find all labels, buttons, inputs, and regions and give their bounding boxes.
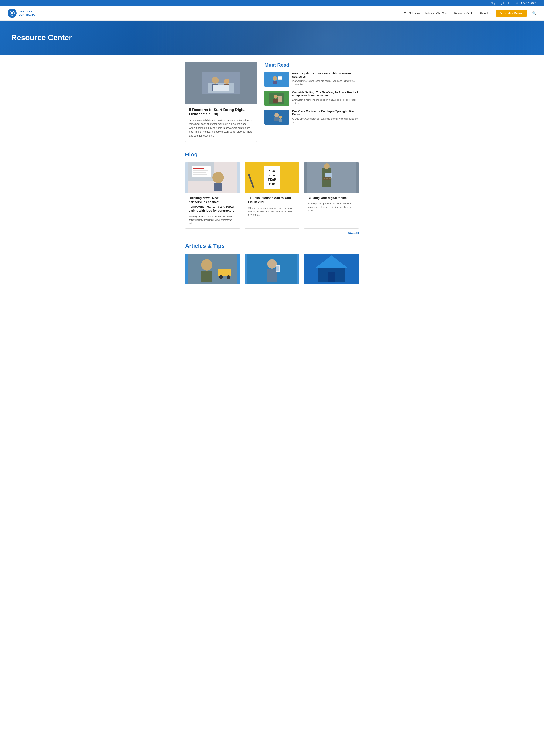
logo-area: ONE CLICK CONTRACTOR (8, 9, 37, 18)
svg-rect-12 (273, 81, 277, 84)
hero-content: Resource Center (11, 33, 72, 42)
must-read-item-2[interactable]: Curbside Selling: The New Way to Share P… (264, 91, 359, 106)
blog-card-body-3: Building your digital toolbelt As we qui… (304, 193, 359, 216)
nav-about[interactable]: About Us (480, 12, 491, 15)
featured-card-excerpt: As some social distancing policies loose… (189, 118, 253, 138)
main-nav: Our Solutions Industries We Serve Resour… (404, 10, 536, 17)
top-bar: Blog Log In 𝔼 𝕋 ✉ 877-320-2391 (0, 0, 544, 6)
hero-background (0, 21, 544, 55)
blog-card-body-2: 11 Resolutions to Add to Your List in 20… (245, 193, 300, 220)
svg-rect-29 (193, 172, 206, 173)
article-card-1[interactable] (185, 254, 240, 284)
blog-card-title-2: 11 Resolutions to Add to Your List in 20… (248, 196, 296, 204)
blog-grid: Breaking News: New partnerships connect … (185, 162, 359, 229)
featured-card-container: 5 Reasons to Start Doing Digital Distanc… (185, 62, 257, 142)
must-read-title: Must Read (264, 62, 359, 68)
featured-card-image (185, 62, 257, 104)
article-card-3[interactable] (304, 254, 359, 284)
blog-card-body-1: Breaking News: New partnerships connect … (185, 193, 240, 228)
email-icon[interactable]: ✉ (516, 2, 518, 5)
new-year-visual: NEWNEWYEARStart (245, 162, 300, 193)
main-content: 5 Reasons to Start Doing Digital Distanc… (181, 55, 363, 291)
view-all-link[interactable]: View All (348, 232, 359, 235)
must-read-thumb-1 (264, 72, 289, 87)
must-read-title-2: Curbside Selling: The New Way to Share P… (292, 91, 359, 97)
nav-solutions[interactable]: Our Solutions (404, 12, 420, 15)
featured-section: 5 Reasons to Start Doing Digital Distanc… (185, 62, 359, 142)
blog-card-title-1: Breaking News: New partnerships connect … (189, 196, 236, 213)
nav-resource[interactable]: Resource Center (454, 12, 474, 15)
blog-card-img-3 (304, 162, 359, 193)
svg-rect-30 (193, 174, 207, 175)
articles-grid (185, 254, 359, 284)
header: ONE CLICK CONTRACTOR Our Solutions Indus… (0, 6, 544, 21)
svg-point-16 (274, 95, 278, 99)
svg-rect-53 (277, 266, 280, 271)
svg-point-44 (201, 259, 212, 271)
featured-card: 5 Reasons to Start Doing Digital Distanc… (185, 62, 257, 142)
svg-point-31 (212, 172, 224, 183)
svg-point-22 (279, 116, 282, 119)
blog-card-2[interactable]: NEWNEWYEARStart 11 Resolutions to Add to… (244, 162, 300, 229)
svg-rect-45 (201, 271, 212, 282)
schedule-demo-button[interactable]: Schedule a Demo › (496, 10, 527, 17)
svg-rect-42 (329, 178, 331, 179)
svg-rect-41 (326, 178, 328, 179)
svg-rect-51 (267, 269, 277, 282)
nav-industries[interactable]: Industries We Serve (425, 12, 449, 15)
blog-section-title: Blog (185, 151, 359, 158)
must-read-excerpt-2: Ever watch a homeowner decide on a new s… (292, 98, 359, 105)
svg-point-36 (324, 163, 330, 169)
svg-rect-27 (193, 168, 204, 169)
view-all-row: View All (185, 232, 359, 235)
svg-point-5 (212, 77, 219, 84)
article-card-img-1 (185, 254, 240, 284)
blog-link[interactable]: Blog (491, 2, 495, 5)
must-read-thumb-3 (264, 110, 289, 125)
must-read-item-1[interactable]: How to Optimize Your Leads with 10 Prove… (264, 72, 359, 87)
social-icons: 𝔼 𝕋 ✉ (508, 2, 518, 5)
featured-card-title: 5 Reasons to Start Doing Digital Distanc… (189, 108, 253, 116)
svg-rect-14 (278, 77, 282, 79)
articles-section-title: Articles & Tips (185, 243, 359, 249)
svg-rect-18 (278, 96, 283, 102)
svg-rect-9 (213, 85, 228, 91)
svg-rect-23 (279, 119, 282, 122)
svg-rect-21 (274, 117, 280, 121)
blog-card-excerpt-2: Where is your home improvement business … (248, 206, 296, 217)
must-read-excerpt-3: At One Click Contractor, our culture is … (292, 117, 359, 124)
svg-point-11 (273, 76, 277, 81)
must-read-info-2: Curbside Selling: The New Way to Share P… (292, 91, 359, 105)
svg-point-7 (224, 79, 229, 84)
svg-point-2 (12, 13, 12, 14)
must-read-info-1: How to Optimize Your Leads with 10 Prove… (292, 72, 359, 86)
svg-point-48 (227, 275, 230, 279)
articles-section: Articles & Tips (185, 243, 359, 284)
svg-point-20 (275, 113, 279, 117)
search-icon[interactable]: 🔍 (532, 11, 536, 15)
blog-card-img-1 (185, 162, 240, 193)
svg-rect-38 (326, 173, 332, 178)
article-card-img-2 (244, 254, 300, 284)
must-read-item-3[interactable]: One Click Contractor Employee Spotlight:… (264, 110, 359, 125)
hero-title: Resource Center (11, 33, 72, 42)
blog-card-excerpt-1: The only all-in-one sales platform for h… (189, 215, 236, 225)
blog-card-img-2: NEWNEWYEARStart (245, 162, 300, 193)
svg-point-47 (219, 275, 223, 279)
svg-rect-56 (328, 272, 335, 282)
twitter-icon[interactable]: 𝕋 (512, 2, 514, 5)
blog-card-3[interactable]: Building your digital toolbelt As we qui… (304, 162, 359, 229)
svg-point-50 (267, 259, 277, 269)
facebook-icon[interactable]: 𝔼 (508, 2, 510, 5)
blog-section: Blog (185, 151, 359, 235)
svg-rect-17 (273, 99, 278, 103)
login-link[interactable]: Log In (499, 2, 505, 5)
must-read-info-3: One Click Contractor Employee Spotlight:… (292, 110, 359, 124)
article-card-2[interactable] (244, 254, 300, 284)
hero-banner: Resource Center (0, 21, 544, 55)
blog-card-1[interactable]: Breaking News: New partnerships connect … (185, 162, 240, 229)
blog-card-excerpt-3: As we quickly approach the end of the ye… (308, 202, 355, 212)
svg-rect-32 (214, 183, 222, 191)
must-read-thumb-2 (264, 91, 289, 106)
svg-rect-40 (324, 178, 326, 179)
